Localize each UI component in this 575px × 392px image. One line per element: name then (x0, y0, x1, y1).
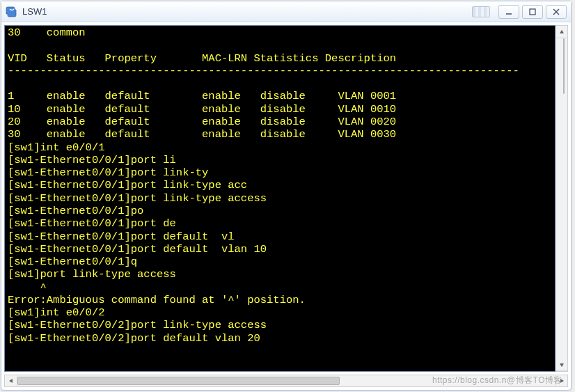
terminal-line: [sw1-Ethernet0/0/1]port link-ty (8, 166, 552, 179)
terminal-line: ^ (8, 281, 552, 294)
watermark-text: https://blog.csdn.n@博客TO博客 (432, 375, 562, 386)
terminal-line: [sw1-Ethernet0/0/2]port link-type access (8, 319, 552, 331)
terminal-line: VID Status Property MAC-LRN Statistics D… (8, 52, 552, 65)
titlebar[interactable]: LSW1 (1, 1, 571, 22)
terminal-line: [sw1]int e0/0/1 (8, 141, 552, 154)
terminal-line: [sw1-Ethernet0/0/1]q (8, 256, 552, 268)
terminal-line: 10 enable default enable disable VLAN 00… (8, 103, 552, 116)
window: LSW1 30 common VID Status Property MAC-L… (1, 1, 572, 391)
terminal-line: [sw1-Ethernet0/0/2]port default vlan 20 (8, 332, 552, 345)
vertical-scrollbar[interactable] (556, 25, 568, 372)
terminal-line: [sw1-Ethernet0/0/1]port link-type acc (8, 179, 552, 191)
terminal-output[interactable]: 30 common VID Status Property MAC-LRN St… (4, 25, 556, 372)
scroll-up-button[interactable] (556, 26, 567, 38)
terminal-line: ----------------------------------------… (8, 65, 552, 77)
maximize-button[interactable] (522, 5, 543, 19)
terminal-line: [sw1]port link-type access (8, 268, 552, 281)
terminal-line: [sw1-Ethernet0/0/1]port default vlan 10 (8, 243, 552, 256)
terminal-line: Error:Ambiguous command found at '^' pos… (8, 294, 552, 306)
client-area: 30 common VID Status Property MAC-LRN St… (1, 22, 571, 375)
svg-marker-4 (560, 30, 564, 33)
scroll-down-button[interactable] (556, 359, 567, 371)
terminal-line: 1 enable default enable disable VLAN 000… (8, 90, 552, 102)
thumbnail-icon (472, 6, 490, 17)
terminal-line: [sw1-Ethernet0/0/1]po (8, 205, 552, 217)
scroll-left-button[interactable] (5, 375, 17, 386)
close-button[interactable] (546, 5, 567, 19)
terminal-line (8, 39, 552, 52)
window-title: LSW1 (22, 6, 468, 17)
vertical-scroll-thumb[interactable] (563, 38, 565, 94)
terminal-line: 30 common (8, 26, 552, 39)
terminal-line: 20 enable default enable disable VLAN 00… (8, 116, 552, 128)
horizontal-scroll-thumb[interactable] (17, 377, 340, 385)
terminal-line: [sw1-Ethernet0/0/1]port link-type access (8, 192, 552, 205)
terminal-line: 30 enable default enable disable VLAN 00… (8, 128, 552, 141)
terminal-line: [sw1-Ethernet0/0/1]port li (8, 154, 552, 166)
svg-marker-5 (560, 363, 564, 367)
terminal-line (8, 77, 552, 90)
svg-rect-1 (530, 9, 535, 15)
terminal-line: [sw1]int e0/0/2 (8, 306, 552, 319)
terminal-line: [sw1-Ethernet0/0/1]port de (8, 217, 552, 230)
minimize-button[interactable] (498, 5, 519, 19)
terminal-line: [sw1-Ethernet0/0/1]port default vl (8, 230, 552, 243)
app-icon (6, 6, 18, 18)
svg-marker-6 (9, 379, 13, 383)
window-controls (498, 5, 567, 19)
